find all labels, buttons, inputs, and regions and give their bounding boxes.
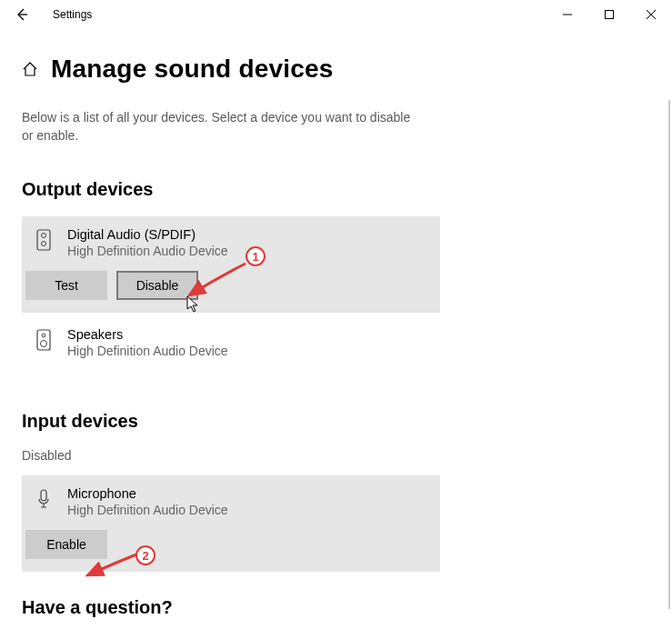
svg-point-3 <box>42 242 46 246</box>
home-button[interactable] <box>22 61 38 77</box>
device-name: Digital Audio (S/PDIF) <box>67 227 228 242</box>
test-button[interactable]: Test <box>25 271 107 300</box>
disable-button[interactable]: Disable <box>116 271 198 300</box>
page-header: Manage sound devices <box>22 55 650 84</box>
device-subtitle: High Definition Audio Device <box>67 503 228 517</box>
spdif-icon <box>36 229 55 251</box>
device-subtitle: High Definition Audio Device <box>67 244 228 258</box>
content-area: Manage sound devices Below is a list of … <box>0 29 672 618</box>
page-description: Below is a list of all your devices. Sel… <box>22 109 422 145</box>
back-arrow-icon <box>15 7 29 22</box>
window-controls <box>547 0 672 29</box>
back-button[interactable] <box>0 0 44 29</box>
device-name: Microphone <box>67 486 228 501</box>
svg-rect-0 <box>606 11 614 19</box>
have-a-question-heading: Have a question? <box>22 597 650 618</box>
window-title: Settings <box>53 8 92 21</box>
output-devices-heading: Output devices <box>22 179 650 200</box>
device-subtitle: High Definition Audio Device <box>67 344 228 358</box>
page-title: Manage sound devices <box>51 55 334 84</box>
disabled-group-label: Disabled <box>22 448 650 463</box>
minimize-icon <box>563 10 572 19</box>
svg-point-5 <box>42 334 45 337</box>
maximize-icon <box>605 10 614 19</box>
input-device-microphone[interactable]: Microphone High Definition Audio Device … <box>22 475 440 572</box>
input-devices-heading: Input devices <box>22 411 650 432</box>
titlebar: Settings <box>0 0 672 29</box>
speaker-icon <box>36 329 55 351</box>
home-icon <box>22 61 38 77</box>
annotation-step-2: 2 <box>135 545 155 565</box>
close-button[interactable] <box>630 0 672 29</box>
output-device-digital-audio[interactable]: Digital Audio (S/PDIF) High Definition A… <box>22 216 440 313</box>
output-device-speakers[interactable]: Speakers High Definition Audio Device <box>22 316 440 371</box>
svg-point-6 <box>41 341 47 347</box>
enable-button[interactable]: Enable <box>25 530 107 559</box>
maximize-button[interactable] <box>588 0 630 29</box>
svg-rect-7 <box>41 490 46 501</box>
minimize-button[interactable] <box>547 0 588 29</box>
annotation-step-1: 1 <box>246 246 266 266</box>
close-icon <box>647 10 656 19</box>
device-name: Speakers <box>67 327 228 342</box>
svg-point-2 <box>42 234 46 238</box>
microphone-icon <box>36 488 55 510</box>
